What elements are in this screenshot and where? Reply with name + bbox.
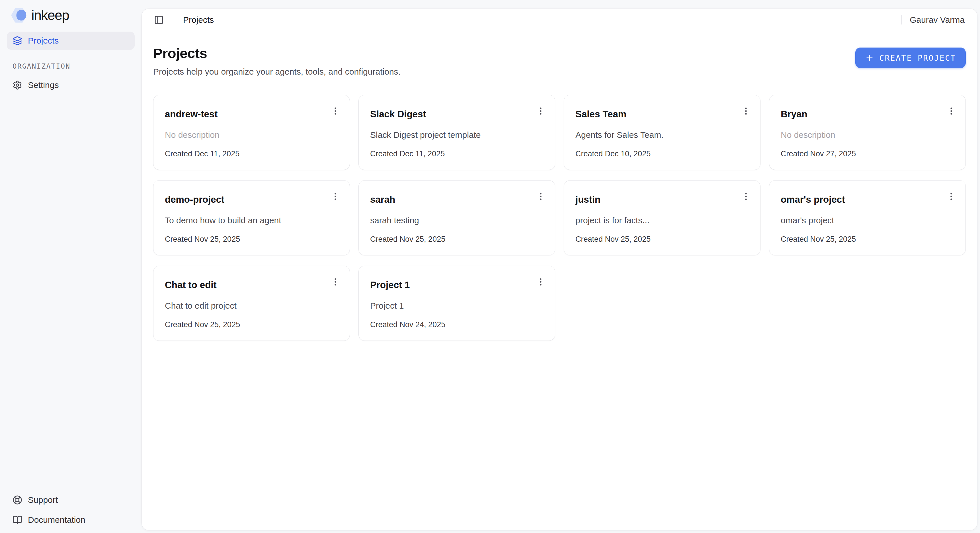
project-name: Chat to edit bbox=[165, 280, 338, 290]
project-card[interactable]: demo-project To demo how to build an age… bbox=[153, 180, 350, 255]
sidebar-footer: Support Documentation bbox=[7, 491, 135, 529]
project-card[interactable]: Sales Team Agents for Sales Team. Create… bbox=[564, 95, 760, 170]
kebab-icon bbox=[331, 192, 340, 201]
plus-icon bbox=[865, 53, 874, 62]
panel-left-icon bbox=[154, 15, 164, 25]
project-card[interactable]: andrew-test No description Created Dec 1… bbox=[153, 95, 350, 170]
sidebar-item-label: Projects bbox=[28, 36, 59, 46]
page-content: Projects Projects help you organize your… bbox=[142, 31, 977, 530]
project-created-date: Created Nov 25, 2025 bbox=[576, 235, 749, 244]
project-description: To demo how to build an agent bbox=[165, 215, 338, 226]
project-description: No description bbox=[781, 130, 954, 140]
page-subtitle: Projects help you organize your agents, … bbox=[153, 67, 401, 76]
sidebar-item-documentation[interactable]: Documentation bbox=[7, 511, 135, 529]
kebab-icon bbox=[741, 192, 751, 201]
life-buoy-icon bbox=[13, 495, 22, 505]
project-name: Project 1 bbox=[370, 280, 544, 290]
project-created-date: Created Dec 10, 2025 bbox=[576, 149, 749, 158]
main-panel: Projects Gaurav Varma Projects Projects … bbox=[142, 8, 977, 530]
project-name: omar's project bbox=[781, 194, 954, 205]
layers-icon bbox=[13, 36, 22, 46]
brand-logo[interactable]: inkeep bbox=[7, 6, 135, 25]
project-name: Bryan bbox=[781, 109, 954, 119]
project-name: sarah bbox=[370, 194, 544, 205]
project-menu-button[interactable] bbox=[328, 274, 344, 290]
project-card[interactable]: Slack Digest Slack Digest project templa… bbox=[358, 95, 555, 170]
header-divider bbox=[901, 15, 902, 24]
project-menu-button[interactable] bbox=[533, 103, 549, 119]
project-card[interactable]: omar's project omar's project Created No… bbox=[769, 180, 966, 255]
kebab-icon bbox=[331, 277, 340, 287]
project-card[interactable]: sarah sarah testing Created Nov 25, 2025 bbox=[358, 180, 555, 255]
app-root: inkeep Projects ORGANIZATION Settings bbox=[0, 0, 980, 533]
page-title: Projects bbox=[153, 45, 401, 61]
gear-icon bbox=[13, 80, 22, 90]
sidebar-item-label: Documentation bbox=[28, 515, 86, 525]
inkeep-logo-icon bbox=[11, 8, 28, 23]
project-created-date: Created Dec 11, 2025 bbox=[370, 149, 544, 158]
project-name: andrew-test bbox=[165, 109, 338, 119]
project-name: Slack Digest bbox=[370, 109, 544, 119]
project-description: Slack Digest project template bbox=[370, 130, 544, 140]
project-description: Project 1 bbox=[370, 301, 544, 311]
project-created-date: Created Nov 25, 2025 bbox=[370, 235, 544, 244]
sidebar: inkeep Projects ORGANIZATION Settings bbox=[0, 0, 142, 533]
kebab-icon bbox=[536, 106, 546, 116]
project-created-date: Created Nov 25, 2025 bbox=[165, 320, 338, 329]
project-menu-button[interactable] bbox=[738, 103, 754, 119]
sidebar-item-projects[interactable]: Projects bbox=[7, 32, 135, 50]
kebab-icon bbox=[741, 106, 751, 116]
project-name: justin bbox=[576, 194, 749, 205]
sidebar-section-organization: ORGANIZATION bbox=[7, 62, 135, 70]
sidebar-toggle-button[interactable] bbox=[151, 12, 167, 28]
project-description: Chat to edit project bbox=[165, 301, 338, 311]
book-open-icon bbox=[13, 515, 22, 525]
sidebar-item-label: Settings bbox=[28, 80, 59, 90]
project-card[interactable]: Bryan No description Created Nov 27, 202… bbox=[769, 95, 966, 170]
brand-name: inkeep bbox=[31, 7, 69, 23]
project-menu-button[interactable] bbox=[738, 188, 754, 204]
page-header-text: Projects Projects help you organize your… bbox=[153, 45, 401, 76]
project-description: sarah testing bbox=[370, 215, 544, 226]
sidebar-nav: Projects ORGANIZATION Settings bbox=[7, 32, 135, 94]
sidebar-item-support[interactable]: Support bbox=[7, 491, 135, 509]
kebab-icon bbox=[947, 192, 956, 201]
project-created-date: Created Nov 24, 2025 bbox=[370, 320, 544, 329]
project-name: Sales Team bbox=[576, 109, 749, 119]
project-description: No description bbox=[165, 130, 338, 140]
project-name: demo-project bbox=[165, 194, 338, 205]
kebab-icon bbox=[536, 277, 546, 287]
create-project-label: CREATE PROJECT bbox=[879, 54, 956, 62]
topbar: Projects Gaurav Varma bbox=[142, 9, 977, 31]
project-created-date: Created Nov 25, 2025 bbox=[781, 235, 954, 244]
breadcrumb: Projects bbox=[183, 15, 214, 25]
project-description: Agents for Sales Team. bbox=[576, 130, 749, 140]
page-header: Projects Projects help you organize your… bbox=[153, 45, 966, 76]
sidebar-item-label: Support bbox=[28, 495, 58, 505]
project-menu-button[interactable] bbox=[328, 188, 344, 204]
project-menu-button[interactable] bbox=[943, 188, 959, 204]
project-menu-button[interactable] bbox=[533, 188, 549, 204]
project-menu-button[interactable] bbox=[533, 274, 549, 290]
project-menu-button[interactable] bbox=[943, 103, 959, 119]
projects-grid: andrew-test No description Created Dec 1… bbox=[153, 95, 966, 341]
project-card[interactable]: justin project is for facts... Created N… bbox=[564, 180, 760, 255]
sidebar-item-settings[interactable]: Settings bbox=[7, 76, 135, 94]
project-menu-button[interactable] bbox=[328, 103, 344, 119]
kebab-icon bbox=[947, 106, 956, 116]
project-created-date: Created Dec 11, 2025 bbox=[165, 149, 338, 158]
kebab-icon bbox=[331, 106, 340, 116]
project-description: omar's project bbox=[781, 215, 954, 226]
project-created-date: Created Nov 27, 2025 bbox=[781, 149, 954, 158]
project-card[interactable]: Project 1 Project 1 Created Nov 24, 2025 bbox=[358, 266, 555, 341]
user-menu[interactable]: Gaurav Varma bbox=[910, 15, 965, 25]
project-card[interactable]: Chat to edit Chat to edit project Create… bbox=[153, 266, 350, 341]
create-project-button[interactable]: CREATE PROJECT bbox=[855, 48, 966, 68]
project-created-date: Created Nov 25, 2025 bbox=[165, 235, 338, 244]
project-description: project is for facts... bbox=[576, 215, 749, 226]
kebab-icon bbox=[536, 192, 546, 201]
